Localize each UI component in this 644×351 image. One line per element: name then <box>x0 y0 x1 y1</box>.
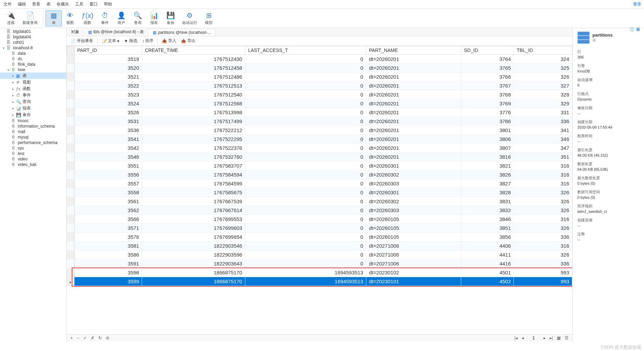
cell[interactable]: 0 <box>245 259 366 268</box>
table-row[interactable]: 352417675125680dt=202602013769329 <box>67 99 572 108</box>
cell[interactable]: 1767512513 <box>142 81 245 90</box>
menu-item[interactable]: 工具 <box>75 1 83 7</box>
cell[interactable]: 3801 <box>461 126 514 135</box>
cell[interactable]: 3558 <box>74 188 142 197</box>
table-row[interactable]: 352617675139980dt=202602013776331 <box>67 108 572 117</box>
begin-transaction-button[interactable]: 📄 开始事务 <box>69 37 95 44</box>
cell[interactable]: 1767532760 <box>142 153 245 161</box>
cell[interactable]: 3520 <box>74 64 142 73</box>
table-row[interactable]: ▸359918668751701694593513dt=202301014502… <box>67 277 572 286</box>
tree-item[interactable]: ▾🛢hive <box>0 67 66 73</box>
cell[interactable]: 4406 <box>461 242 514 250</box>
cell[interactable]: dt=20260201 <box>366 64 461 73</box>
cell[interactable]: 0 <box>245 153 366 161</box>
cell[interactable]: dt=20271006 <box>366 259 461 268</box>
cell[interactable]: 0 <box>245 197 366 206</box>
tree-toggle-icon[interactable]: ▸ <box>11 74 15 78</box>
cell[interactable]: 3581 <box>74 242 142 250</box>
cell[interactable]: dt=20260303 <box>366 179 461 188</box>
tree-item[interactable]: 🗄bigdata04 <box>0 34 66 40</box>
data-grid[interactable]: PART_IDCREATE_TIMELAST_ACCESS_TPART_NAME… <box>67 46 572 286</box>
menu-item[interactable]: 编辑 <box>18 1 26 7</box>
cell[interactable]: 4411 <box>461 250 514 259</box>
cell[interactable]: 3856 <box>461 233 514 242</box>
toolbar-button[interactable]: ⏱事件 <box>97 11 113 26</box>
table-row[interactable]: 351917675124300dt=202602013764324 <box>67 55 572 64</box>
cell[interactable]: 3562 <box>74 206 142 215</box>
cell[interactable]: 1767512486 <box>142 73 245 81</box>
grid-view-button[interactable]: ▦ <box>556 336 562 340</box>
cell[interactable]: 325 <box>514 64 572 73</box>
row-header[interactable] <box>67 215 74 224</box>
cell[interactable]: 3832 <box>461 206 514 215</box>
cancel-button[interactable]: ✗ <box>90 336 95 340</box>
cell[interactable]: 3806 <box>461 135 514 144</box>
column-header[interactable]: TBL_ID <box>514 46 572 55</box>
filter-button[interactable]: ▼ 筛选 <box>122 37 139 44</box>
menu-item[interactable]: 帮助 <box>104 1 112 7</box>
toolbar-button[interactable]: 💾备份 <box>162 11 179 26</box>
next-page-button[interactable]: ▸ <box>543 336 547 340</box>
cell[interactable]: 0 <box>245 135 366 144</box>
cell[interactable]: 3561 <box>74 197 142 206</box>
cell[interactable]: dt=20260201 <box>366 126 461 135</box>
tree-item[interactable]: 🛢information_schema <box>0 124 66 129</box>
cell[interactable]: 1767583707 <box>142 161 245 170</box>
cell[interactable]: 336 <box>514 117 572 126</box>
table-row[interactable]: 353117675174990dt=202602013786336 <box>67 117 572 126</box>
cell[interactable]: 3827 <box>461 179 514 188</box>
cell[interactable]: 316 <box>514 179 572 188</box>
cell[interactable]: 0 <box>245 215 366 224</box>
cell[interactable]: dt=20271006 <box>366 250 461 259</box>
toolbar-button[interactable]: 👁视图 <box>62 11 78 26</box>
cell[interactable]: 1767517499 <box>142 117 245 126</box>
commit-button[interactable]: ✓ <box>82 336 88 340</box>
cell[interactable]: 3557 <box>74 179 142 188</box>
cell[interactable]: dt=20260105 <box>366 215 461 224</box>
toolbar-button[interactable]: ⚙自动运行 <box>179 11 201 26</box>
cell[interactable]: 324 <box>514 55 572 64</box>
editor-tab[interactable]: 对象 <box>67 28 84 36</box>
table-row[interactable]: 355617675845940dt=202603023826316 <box>67 170 572 179</box>
menu-item[interactable]: 收藏夹 <box>57 1 69 7</box>
cell[interactable]: dt=20260201 <box>366 99 461 108</box>
cell[interactable]: 3524 <box>74 99 142 108</box>
cell[interactable]: dt=20260105 <box>366 233 461 242</box>
toolbar-button[interactable]: ƒ(x)函数 <box>78 11 97 26</box>
cell[interactable]: 347 <box>514 144 572 153</box>
cell[interactable]: dt=20260201 <box>366 90 461 99</box>
cell[interactable]: 0 <box>245 99 366 108</box>
cell[interactable]: 341 <box>514 126 572 135</box>
cell[interactable]: 329 <box>514 99 572 108</box>
cell[interactable]: 3768 <box>461 90 514 99</box>
cell[interactable]: dt=20260201 <box>366 108 461 117</box>
cell[interactable]: dt=20230101 <box>366 277 461 286</box>
cell[interactable]: 1694593513 <box>245 268 366 277</box>
cell[interactable]: 1822903546 <box>142 242 245 250</box>
login-link[interactable]: 登录 <box>633 1 641 7</box>
cell[interactable]: dt=20260201 <box>366 73 461 81</box>
tree-item[interactable]: ▸▦表 <box>0 73 66 79</box>
cell[interactable]: 3531 <box>74 117 142 126</box>
cell[interactable]: 4502 <box>461 277 514 286</box>
cell[interactable]: 3551 <box>74 161 142 170</box>
tree-item[interactable]: 🛢sys <box>0 145 66 151</box>
table-row[interactable]: 354617675327600dt=202602013816351 <box>67 153 572 161</box>
import-button[interactable]: 📥 导入 <box>160 37 178 44</box>
tree-item[interactable]: ▸🔍查询 <box>0 99 66 105</box>
row-header[interactable] <box>67 170 74 179</box>
row-header[interactable] <box>67 73 74 81</box>
cell[interactable]: 346 <box>514 135 572 144</box>
cell[interactable]: 3571 <box>74 224 142 233</box>
cell[interactable]: 3591 <box>74 259 142 268</box>
tree-item[interactable]: 🛢performance_schema <box>0 140 66 145</box>
cell[interactable]: 326 <box>514 206 572 215</box>
cell[interactable]: 3826 <box>461 170 514 179</box>
row-header[interactable] <box>67 242 74 250</box>
cell[interactable]: 1767512568 <box>142 99 245 108</box>
cell[interactable]: 316 <box>514 170 572 179</box>
tree-toggle-icon[interactable]: ▸ <box>11 113 15 117</box>
cell[interactable]: 0 <box>245 242 366 250</box>
cell[interactable]: 1767699553 <box>142 215 245 224</box>
tree-toggle-icon[interactable]: ▾ <box>1 46 5 50</box>
